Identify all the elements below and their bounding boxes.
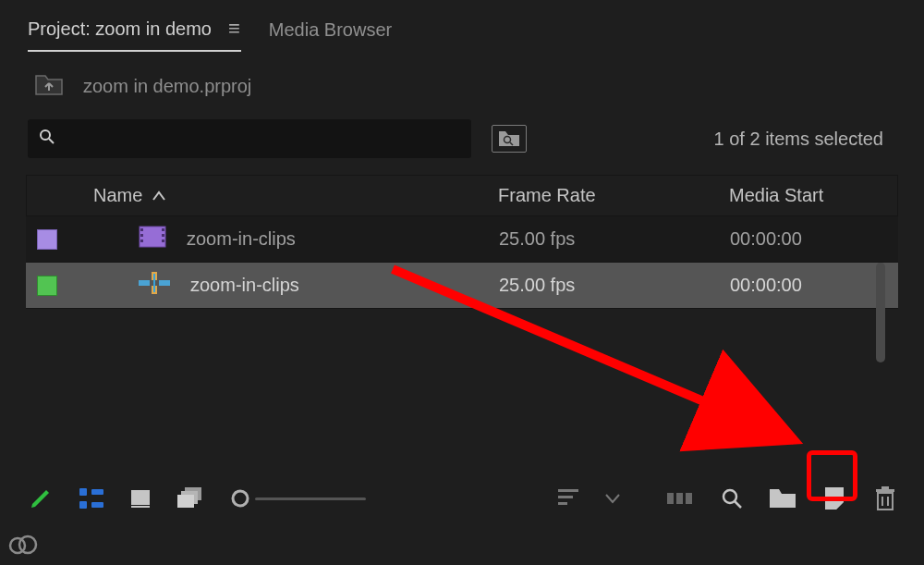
automate-sequence-button[interactable] xyxy=(667,489,695,508)
search-box[interactable] xyxy=(28,119,471,158)
column-headers: Name Frame Rate Media Start xyxy=(26,175,898,216)
freeform-view-button[interactable] xyxy=(177,487,205,510)
label-swatch xyxy=(37,276,57,296)
item-name: zoom-in-clips xyxy=(187,228,296,250)
svg-rect-34 xyxy=(876,489,894,492)
item-frame-rate: 25.00 fps xyxy=(499,228,730,250)
new-bin-button[interactable] xyxy=(769,487,796,510)
sort-icons-button[interactable] xyxy=(558,489,578,508)
panel-menu-icon[interactable]: ≡ xyxy=(228,17,241,41)
svg-point-28 xyxy=(723,490,736,503)
tab-project-label: Project: zoom in demo xyxy=(28,18,212,40)
svg-rect-17 xyxy=(131,506,150,508)
svg-rect-9 xyxy=(162,234,164,237)
svg-rect-16 xyxy=(131,490,150,505)
label-swatch xyxy=(37,229,57,250)
list-view-button[interactable] xyxy=(79,488,103,509)
svg-line-1 xyxy=(49,139,54,143)
svg-point-21 xyxy=(233,491,248,506)
svg-rect-20 xyxy=(177,495,194,508)
svg-rect-11 xyxy=(139,280,150,286)
svg-rect-10 xyxy=(162,240,164,242)
svg-rect-31 xyxy=(878,493,893,510)
tab-media-browser-label: Media Browser xyxy=(269,19,392,41)
svg-rect-5 xyxy=(140,228,143,231)
svg-line-29 xyxy=(735,501,741,508)
svg-rect-35 xyxy=(881,486,889,489)
item-name: zoom-in-clips xyxy=(190,275,299,296)
creative-cloud-icon xyxy=(7,534,39,559)
search-icon xyxy=(39,129,55,150)
column-name-label: Name xyxy=(93,185,142,206)
list-item[interactable]: zoom-in-clips 25.00 fps 00:00:00 xyxy=(26,216,898,263)
column-name[interactable]: Name xyxy=(93,185,498,206)
sequence-icon xyxy=(139,272,170,299)
chevron-down-icon[interactable] xyxy=(604,492,621,505)
delete-button[interactable] xyxy=(874,485,896,511)
column-media-start[interactable]: Media Start xyxy=(729,185,886,206)
svg-point-0 xyxy=(41,130,50,140)
icon-view-button[interactable] xyxy=(129,488,152,509)
svg-rect-6 xyxy=(140,234,143,237)
svg-point-38 xyxy=(19,536,36,553)
svg-rect-27 xyxy=(686,493,692,504)
zoom-slider[interactable] xyxy=(231,489,366,508)
search-bin-button[interactable] xyxy=(492,125,527,153)
find-button[interactable] xyxy=(721,487,743,510)
folder-up-icon[interactable] xyxy=(35,72,63,101)
tab-media-browser[interactable]: Media Browser xyxy=(269,19,392,50)
svg-rect-23 xyxy=(558,496,573,498)
project-file-name: zoom in demo.prproj xyxy=(83,76,251,97)
item-media-start: 00:00:00 xyxy=(730,275,887,296)
svg-rect-26 xyxy=(676,493,683,504)
item-media-start: 00:00:00 xyxy=(730,228,887,250)
svg-rect-22 xyxy=(558,489,578,492)
list-item[interactable]: zoom-in-clips 25.00 fps 00:00:00 xyxy=(26,263,898,309)
search-input[interactable] xyxy=(63,129,460,149)
column-frame-rate[interactable]: Frame Rate xyxy=(498,185,729,206)
svg-rect-4 xyxy=(140,227,165,247)
scrollbar-thumb[interactable] xyxy=(876,263,885,362)
svg-rect-7 xyxy=(140,240,143,242)
item-frame-rate: 25.00 fps xyxy=(499,275,730,296)
svg-rect-8 xyxy=(162,228,164,231)
bin-icon xyxy=(139,226,166,252)
tab-project[interactable]: Project: zoom in demo ≡ xyxy=(28,17,241,52)
writable-toggle-button[interactable] xyxy=(28,485,54,511)
svg-rect-12 xyxy=(159,280,170,286)
svg-rect-25 xyxy=(667,493,674,504)
selection-status: 1 of 2 items selected xyxy=(714,129,896,150)
svg-rect-24 xyxy=(558,502,567,505)
sort-asc-icon xyxy=(152,185,166,206)
new-item-button[interactable] xyxy=(822,485,848,511)
